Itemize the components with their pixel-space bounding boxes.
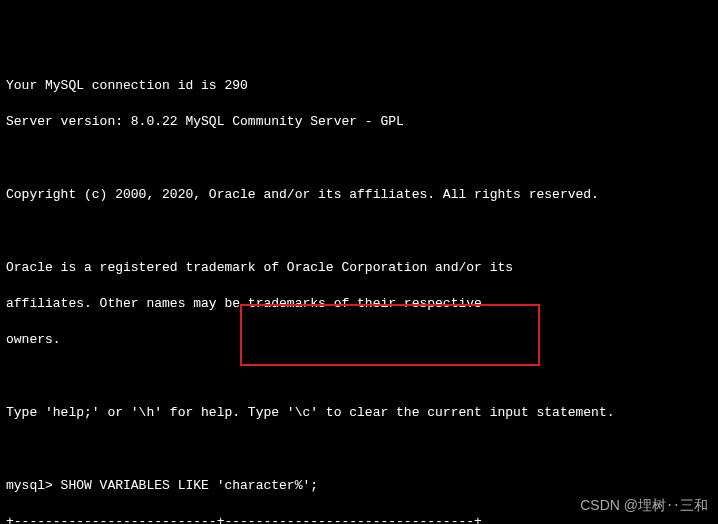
- help-line: Type 'help;' or '\h' for help. Type '\c'…: [6, 404, 712, 422]
- blank-line: [6, 368, 712, 386]
- trademark-line-2: affiliates. Other names may be trademark…: [6, 295, 712, 313]
- watermark-text: CSDN @埋树‥三和: [580, 496, 708, 516]
- blank-line: [6, 150, 712, 168]
- copyright-line: Copyright (c) 2000, 2020, Oracle and/or …: [6, 186, 712, 204]
- mysql-prompt: mysql>: [6, 478, 61, 493]
- trademark-line-3: owners.: [6, 331, 712, 349]
- sql-command: SHOW VARIABLES LIKE 'character%';: [61, 478, 318, 493]
- intro-server-version: Server version: 8.0.22 MySQL Community S…: [6, 113, 712, 131]
- command-line[interactable]: mysql> SHOW VARIABLES LIKE 'character%';: [6, 477, 712, 495]
- trademark-line-1: Oracle is a registered trademark of Orac…: [6, 259, 712, 277]
- blank-line: [6, 441, 712, 459]
- intro-connection-id: Your MySQL connection id is 290: [6, 77, 712, 95]
- blank-line: [6, 222, 712, 240]
